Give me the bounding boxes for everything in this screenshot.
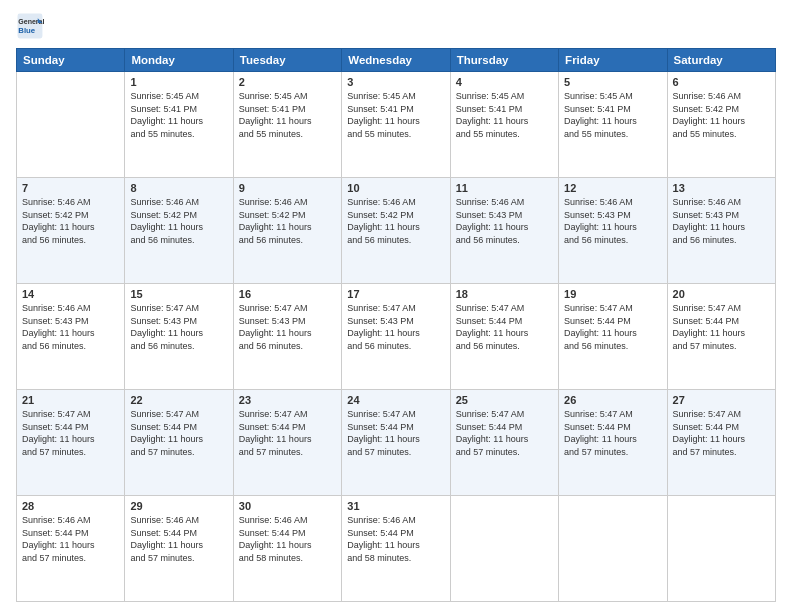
- cell-info: Sunrise: 5:46 AM Sunset: 5:44 PM Dayligh…: [22, 514, 119, 564]
- calendar-cell: 18Sunrise: 5:47 AM Sunset: 5:44 PM Dayli…: [450, 284, 558, 390]
- day-number: 1: [130, 76, 227, 88]
- calendar-cell: [17, 72, 125, 178]
- cell-info: Sunrise: 5:45 AM Sunset: 5:41 PM Dayligh…: [347, 90, 444, 140]
- cell-info: Sunrise: 5:46 AM Sunset: 5:43 PM Dayligh…: [673, 196, 770, 246]
- week-row-4: 21Sunrise: 5:47 AM Sunset: 5:44 PM Dayli…: [17, 390, 776, 496]
- cell-info: Sunrise: 5:45 AM Sunset: 5:41 PM Dayligh…: [564, 90, 661, 140]
- calendar-cell: 11Sunrise: 5:46 AM Sunset: 5:43 PM Dayli…: [450, 178, 558, 284]
- day-number: 29: [130, 500, 227, 512]
- day-number: 24: [347, 394, 444, 406]
- day-number: 11: [456, 182, 553, 194]
- cell-info: Sunrise: 5:46 AM Sunset: 5:42 PM Dayligh…: [347, 196, 444, 246]
- cell-info: Sunrise: 5:47 AM Sunset: 5:44 PM Dayligh…: [22, 408, 119, 458]
- calendar-table: SundayMondayTuesdayWednesdayThursdayFrid…: [16, 48, 776, 602]
- cell-info: Sunrise: 5:47 AM Sunset: 5:44 PM Dayligh…: [673, 302, 770, 352]
- week-row-2: 7Sunrise: 5:46 AM Sunset: 5:42 PM Daylig…: [17, 178, 776, 284]
- calendar-cell: 22Sunrise: 5:47 AM Sunset: 5:44 PM Dayli…: [125, 390, 233, 496]
- day-number: 28: [22, 500, 119, 512]
- day-number: 16: [239, 288, 336, 300]
- cell-info: Sunrise: 5:47 AM Sunset: 5:44 PM Dayligh…: [347, 408, 444, 458]
- day-number: 3: [347, 76, 444, 88]
- weekday-header-monday: Monday: [125, 49, 233, 72]
- calendar-cell: 26Sunrise: 5:47 AM Sunset: 5:44 PM Dayli…: [559, 390, 667, 496]
- calendar-cell: 19Sunrise: 5:47 AM Sunset: 5:44 PM Dayli…: [559, 284, 667, 390]
- calendar-cell: 16Sunrise: 5:47 AM Sunset: 5:43 PM Dayli…: [233, 284, 341, 390]
- cell-info: Sunrise: 5:47 AM Sunset: 5:44 PM Dayligh…: [456, 408, 553, 458]
- calendar-cell: 12Sunrise: 5:46 AM Sunset: 5:43 PM Dayli…: [559, 178, 667, 284]
- calendar-cell: 31Sunrise: 5:46 AM Sunset: 5:44 PM Dayli…: [342, 496, 450, 602]
- cell-info: Sunrise: 5:46 AM Sunset: 5:43 PM Dayligh…: [564, 196, 661, 246]
- calendar-cell: 6Sunrise: 5:46 AM Sunset: 5:42 PM Daylig…: [667, 72, 775, 178]
- day-number: 14: [22, 288, 119, 300]
- calendar-cell: 27Sunrise: 5:47 AM Sunset: 5:44 PM Dayli…: [667, 390, 775, 496]
- cell-info: Sunrise: 5:46 AM Sunset: 5:43 PM Dayligh…: [22, 302, 119, 352]
- day-number: 18: [456, 288, 553, 300]
- cell-info: Sunrise: 5:47 AM Sunset: 5:44 PM Dayligh…: [130, 408, 227, 458]
- calendar-cell: [667, 496, 775, 602]
- calendar-cell: 3Sunrise: 5:45 AM Sunset: 5:41 PM Daylig…: [342, 72, 450, 178]
- cell-info: Sunrise: 5:47 AM Sunset: 5:44 PM Dayligh…: [564, 302, 661, 352]
- calendar-cell: 10Sunrise: 5:46 AM Sunset: 5:42 PM Dayli…: [342, 178, 450, 284]
- calendar-cell: [450, 496, 558, 602]
- cell-info: Sunrise: 5:47 AM Sunset: 5:44 PM Dayligh…: [564, 408, 661, 458]
- header: General Blue: [16, 12, 776, 40]
- calendar-cell: 7Sunrise: 5:46 AM Sunset: 5:42 PM Daylig…: [17, 178, 125, 284]
- day-number: 6: [673, 76, 770, 88]
- calendar-cell: 23Sunrise: 5:47 AM Sunset: 5:44 PM Dayli…: [233, 390, 341, 496]
- cell-info: Sunrise: 5:46 AM Sunset: 5:42 PM Dayligh…: [130, 196, 227, 246]
- day-number: 26: [564, 394, 661, 406]
- day-number: 13: [673, 182, 770, 194]
- day-number: 10: [347, 182, 444, 194]
- cell-info: Sunrise: 5:47 AM Sunset: 5:44 PM Dayligh…: [239, 408, 336, 458]
- cell-info: Sunrise: 5:46 AM Sunset: 5:43 PM Dayligh…: [456, 196, 553, 246]
- page: General Blue SundayMondayTuesdayWednesda…: [0, 0, 792, 612]
- calendar-cell: 8Sunrise: 5:46 AM Sunset: 5:42 PM Daylig…: [125, 178, 233, 284]
- cell-info: Sunrise: 5:47 AM Sunset: 5:44 PM Dayligh…: [673, 408, 770, 458]
- day-number: 22: [130, 394, 227, 406]
- calendar-cell: 2Sunrise: 5:45 AM Sunset: 5:41 PM Daylig…: [233, 72, 341, 178]
- day-number: 20: [673, 288, 770, 300]
- generalblue-logo-icon: General Blue: [16, 12, 44, 40]
- cell-info: Sunrise: 5:45 AM Sunset: 5:41 PM Dayligh…: [456, 90, 553, 140]
- cell-info: Sunrise: 5:47 AM Sunset: 5:44 PM Dayligh…: [456, 302, 553, 352]
- svg-text:Blue: Blue: [18, 26, 36, 35]
- week-row-5: 28Sunrise: 5:46 AM Sunset: 5:44 PM Dayli…: [17, 496, 776, 602]
- cell-info: Sunrise: 5:46 AM Sunset: 5:42 PM Dayligh…: [239, 196, 336, 246]
- week-row-1: 1Sunrise: 5:45 AM Sunset: 5:41 PM Daylig…: [17, 72, 776, 178]
- day-number: 27: [673, 394, 770, 406]
- cell-info: Sunrise: 5:45 AM Sunset: 5:41 PM Dayligh…: [130, 90, 227, 140]
- weekday-header-friday: Friday: [559, 49, 667, 72]
- day-number: 31: [347, 500, 444, 512]
- day-number: 4: [456, 76, 553, 88]
- calendar-cell: [559, 496, 667, 602]
- calendar-cell: 21Sunrise: 5:47 AM Sunset: 5:44 PM Dayli…: [17, 390, 125, 496]
- day-number: 23: [239, 394, 336, 406]
- calendar-cell: 5Sunrise: 5:45 AM Sunset: 5:41 PM Daylig…: [559, 72, 667, 178]
- calendar-cell: 20Sunrise: 5:47 AM Sunset: 5:44 PM Dayli…: [667, 284, 775, 390]
- day-number: 17: [347, 288, 444, 300]
- weekday-header-tuesday: Tuesday: [233, 49, 341, 72]
- calendar-cell: 17Sunrise: 5:47 AM Sunset: 5:43 PM Dayli…: [342, 284, 450, 390]
- calendar-cell: 25Sunrise: 5:47 AM Sunset: 5:44 PM Dayli…: [450, 390, 558, 496]
- calendar-cell: 13Sunrise: 5:46 AM Sunset: 5:43 PM Dayli…: [667, 178, 775, 284]
- calendar-cell: 14Sunrise: 5:46 AM Sunset: 5:43 PM Dayli…: [17, 284, 125, 390]
- logo-area: General Blue: [16, 12, 48, 40]
- calendar-cell: 4Sunrise: 5:45 AM Sunset: 5:41 PM Daylig…: [450, 72, 558, 178]
- weekday-header-thursday: Thursday: [450, 49, 558, 72]
- cell-info: Sunrise: 5:46 AM Sunset: 5:42 PM Dayligh…: [22, 196, 119, 246]
- day-number: 9: [239, 182, 336, 194]
- cell-info: Sunrise: 5:45 AM Sunset: 5:41 PM Dayligh…: [239, 90, 336, 140]
- day-number: 30: [239, 500, 336, 512]
- day-number: 21: [22, 394, 119, 406]
- weekday-header-sunday: Sunday: [17, 49, 125, 72]
- cell-info: Sunrise: 5:47 AM Sunset: 5:43 PM Dayligh…: [239, 302, 336, 352]
- day-number: 19: [564, 288, 661, 300]
- cell-info: Sunrise: 5:46 AM Sunset: 5:44 PM Dayligh…: [239, 514, 336, 564]
- calendar-cell: 1Sunrise: 5:45 AM Sunset: 5:41 PM Daylig…: [125, 72, 233, 178]
- day-number: 5: [564, 76, 661, 88]
- cell-info: Sunrise: 5:46 AM Sunset: 5:44 PM Dayligh…: [347, 514, 444, 564]
- weekday-header-row: SundayMondayTuesdayWednesdayThursdayFrid…: [17, 49, 776, 72]
- weekday-header-saturday: Saturday: [667, 49, 775, 72]
- calendar-cell: 24Sunrise: 5:47 AM Sunset: 5:44 PM Dayli…: [342, 390, 450, 496]
- cell-info: Sunrise: 5:47 AM Sunset: 5:43 PM Dayligh…: [130, 302, 227, 352]
